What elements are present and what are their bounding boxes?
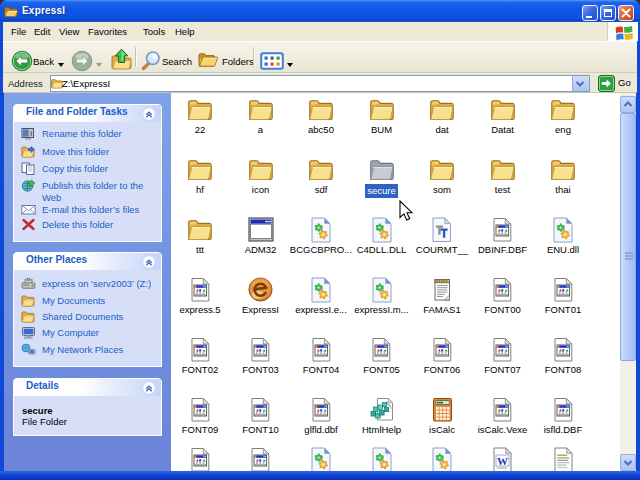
svg-text:W: W (497, 454, 508, 466)
